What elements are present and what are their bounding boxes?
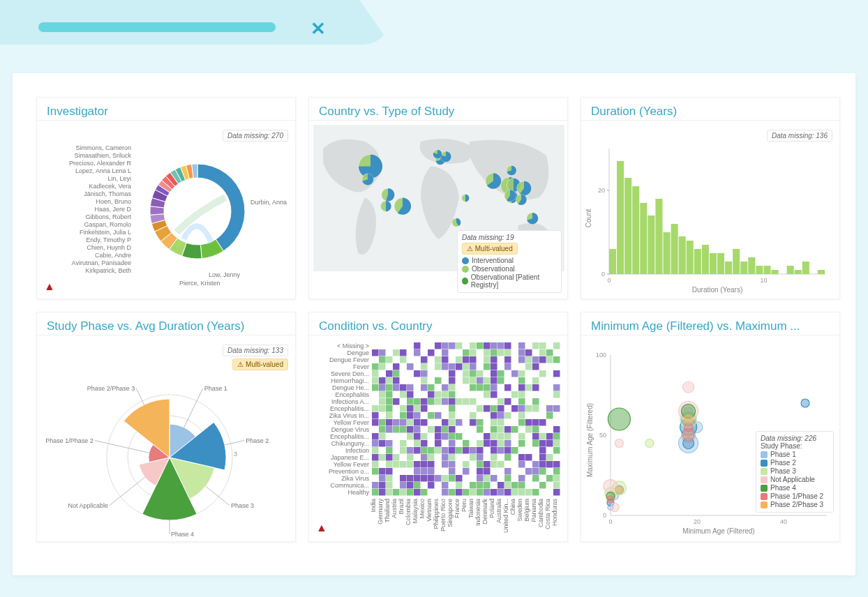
svg-rect-181	[539, 370, 546, 377]
svg-rect-351	[449, 440, 456, 447]
svg-rect-461	[379, 482, 386, 489]
svg-rect-436	[532, 468, 539, 475]
svg-rect-166	[532, 363, 539, 370]
svg-rect-306	[379, 426, 386, 433]
svg-rect-304	[539, 419, 546, 426]
svg-rect-123	[484, 349, 491, 356]
svg-rect-117	[400, 349, 407, 356]
svg-rect-206	[421, 384, 428, 391]
svg-rect-475	[518, 482, 525, 489]
svg-rect-308	[393, 426, 400, 433]
svg-rect-118	[414, 349, 421, 356]
svg-rect-180	[518, 370, 525, 377]
svg-point-566	[684, 415, 693, 423]
panel-title: Condition vs. Country	[309, 312, 567, 335]
panel-duration[interactable]: Duration (Years) Data missing: 136 02001…	[581, 97, 840, 299]
svg-rect-100	[442, 342, 449, 349]
svg-rect-496	[504, 489, 511, 496]
svg-text:Yellow Fever: Yellow Fever	[334, 419, 369, 426]
svg-text:Germany: Germany	[377, 499, 384, 525]
svg-rect-359	[532, 440, 539, 447]
svg-rect-177	[491, 370, 497, 377]
svg-text:Infections A...: Infections A...	[331, 398, 369, 405]
svg-line-86	[225, 441, 244, 445]
svg-rect-310	[407, 426, 414, 433]
svg-rect-58	[687, 241, 694, 274]
panel-age-scatter[interactable]: Minimum Age (Filtered) vs. Maximum ... 0…	[581, 312, 840, 542]
panel-investigator[interactable]: Investigator Data missing: 270 Simmons, …	[36, 97, 296, 299]
svg-rect-438	[553, 468, 560, 475]
svg-rect-271	[372, 412, 379, 419]
tab-active[interactable]	[0, 0, 391, 45]
svg-rect-386	[379, 454, 386, 461]
svg-rect-400	[539, 454, 546, 461]
svg-rect-243	[449, 398, 456, 405]
svg-rect-211	[477, 384, 484, 391]
svg-rect-54	[655, 199, 662, 274]
svg-text:Lin, Leyi: Lin, Leyi	[107, 175, 131, 182]
svg-text:Minimum Age (Filtered): Minimum Age (Filtered)	[682, 527, 754, 535]
svg-rect-339	[532, 433, 539, 440]
svg-rect-388	[393, 454, 400, 461]
svg-rect-498	[518, 489, 525, 496]
svg-text:Kadlecek, Vera: Kadlecek, Vera	[89, 183, 131, 190]
svg-rect-159	[456, 363, 463, 370]
svg-text:Gibbons, Robert: Gibbons, Robert	[85, 213, 131, 220]
svg-rect-241	[435, 398, 442, 405]
svg-text:Jänisch, Thomas: Jänisch, Thomas	[84, 190, 131, 197]
svg-rect-200	[372, 384, 379, 391]
svg-rect-191	[463, 377, 470, 384]
svg-rect-170	[393, 370, 400, 377]
svg-rect-487	[442, 489, 449, 496]
svg-rect-357	[504, 440, 511, 447]
svg-rect-280	[491, 412, 497, 419]
panel-country-type[interactable]: Country vs. Type of Study Data missing: …	[308, 97, 568, 299]
svg-rect-431	[463, 468, 470, 475]
svg-rect-98	[414, 342, 421, 349]
panel-condition-country[interactable]: Condition vs. Country < Missing >DengueD…	[308, 312, 568, 542]
svg-rect-60	[702, 245, 709, 274]
svg-rect-174	[463, 370, 470, 377]
svg-rect-482	[393, 489, 400, 496]
svg-rect-122	[470, 349, 477, 356]
svg-text:Indonesia: Indonesia	[474, 499, 481, 526]
svg-rect-420	[539, 461, 546, 468]
svg-text:Peru: Peru	[461, 499, 467, 512]
svg-rect-284	[546, 412, 553, 419]
svg-rect-190	[449, 377, 456, 384]
svg-text:Simmons, Cameron: Simmons, Cameron	[75, 144, 131, 151]
svg-rect-364	[372, 447, 379, 454]
svg-rect-104	[477, 342, 484, 349]
close-icon[interactable]: ✕	[310, 21, 326, 36]
svg-rect-392	[442, 454, 449, 461]
svg-rect-125	[497, 349, 504, 356]
svg-rect-476	[539, 482, 546, 489]
svg-rect-112	[553, 342, 560, 349]
svg-rect-422	[553, 461, 560, 468]
svg-rect-212	[484, 384, 491, 391]
svg-rect-120	[442, 349, 449, 356]
svg-rect-483	[400, 489, 407, 496]
svg-text:China: China	[509, 499, 516, 515]
svg-rect-213	[491, 384, 497, 391]
svg-rect-231	[518, 391, 525, 398]
svg-rect-440	[379, 475, 386, 482]
svg-rect-277	[435, 412, 442, 419]
svg-rect-152	[379, 363, 386, 370]
svg-rect-161	[470, 363, 477, 370]
svg-rect-369	[421, 447, 428, 454]
svg-rect-313	[435, 426, 442, 433]
svg-rect-492	[477, 489, 484, 496]
svg-rect-489	[456, 489, 463, 496]
svg-text:20: 20	[694, 518, 701, 525]
svg-rect-99	[435, 342, 442, 349]
svg-text:Phase 1: Phase 1	[204, 385, 227, 392]
svg-text:India: India	[370, 499, 377, 513]
svg-text:Prevention o...: Prevention o...	[329, 468, 369, 475]
svg-rect-416	[491, 461, 497, 468]
svg-text:Dengue: Dengue	[347, 349, 369, 356]
svg-rect-217	[532, 384, 539, 391]
svg-rect-326	[379, 433, 386, 440]
panel-phase-duration[interactable]: Study Phase vs. Avg Duration (Years) Dat…	[36, 312, 296, 542]
svg-rect-473	[504, 482, 511, 489]
